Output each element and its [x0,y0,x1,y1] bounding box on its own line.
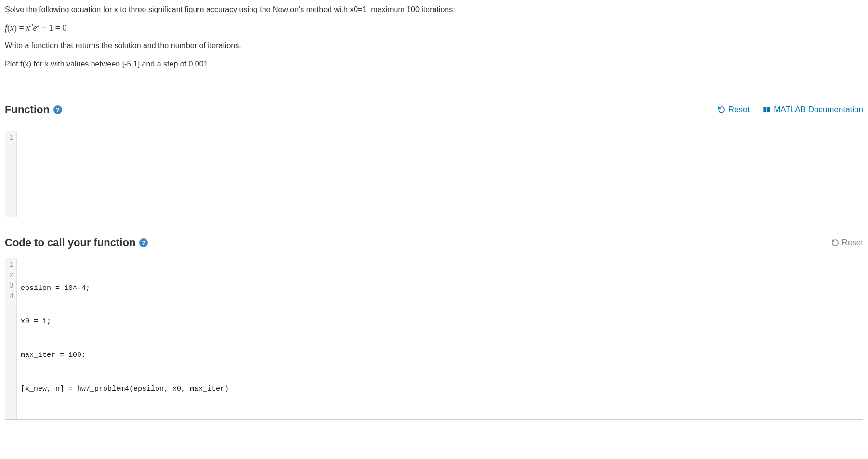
book-icon [763,106,771,114]
problem-description: Solve the following equation for x to th… [5,4,863,70]
function-header-actions: Reset MATLAB Documentation [718,105,863,115]
function-code-editor[interactable]: 1 [5,131,863,217]
problem-line-1: Solve the following equation for x to th… [5,4,863,15]
gutter-line: 4 [7,291,13,302]
call-section-title: Code to call your function ? [5,236,148,249]
call-editor-gutter: 1 2 3 4 [5,258,17,419]
gutter-line: 1 [7,260,13,271]
problem-equation: f(x) = x2ex − 1 = 0 [5,22,863,33]
matlab-documentation-link[interactable]: MATLAB Documentation [763,105,863,115]
code-line: x0 = 1; [21,316,859,327]
function-editor-content[interactable] [17,131,863,217]
reset-button[interactable]: Reset [718,105,750,115]
code-line: epsilon = 10^-4; [21,283,859,294]
call-header-actions: Reset [831,238,863,248]
gutter-line: 3 [7,281,13,291]
problem-line-3: Plot f(x) for x with values between [-5,… [5,58,863,70]
call-section-header: Code to call your function ? Reset [5,236,863,249]
reset-icon [831,239,839,247]
function-editor-gutter: 1 [5,131,17,217]
code-line: [x_new, n] = hw7_problem4(epsilon, x0, m… [21,383,859,394]
reset-button[interactable]: Reset [831,238,863,248]
gutter-line: 2 [7,271,13,281]
call-code-editor[interactable]: 1 2 3 4 epsilon = 10^-4; x0 = 1; max_ite… [5,258,863,420]
gutter-line: 1 [7,133,13,144]
help-icon[interactable]: ? [139,238,148,247]
function-section-header: Function ? Reset MATLAB Documentation [5,104,863,116]
problem-line-2: Write a function that returns the soluti… [5,40,863,52]
code-line: max_iter = 100; [21,350,859,361]
help-icon[interactable]: ? [53,105,62,114]
call-editor-content[interactable]: epsilon = 10^-4; x0 = 1; max_iter = 100;… [17,258,863,419]
function-section-title: Function ? [5,104,62,116]
reset-icon [718,106,725,114]
